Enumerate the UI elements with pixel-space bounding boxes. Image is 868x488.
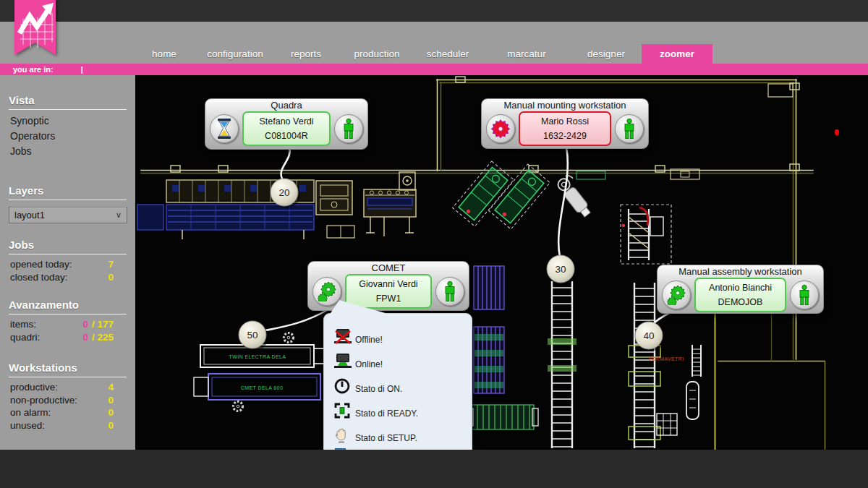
bottom-strip <box>0 450 868 488</box>
workstation-title: Quadra <box>205 100 367 111</box>
legend-label: Stato di SETUP. <box>355 433 417 444</box>
legend-row: Online! <box>333 350 466 370</box>
stat-row: quadri: 0/ 225 <box>0 331 135 344</box>
monitor-offline-icon <box>333 328 352 346</box>
stat-label: opened today: <box>10 258 72 271</box>
sidebar-item-jobs[interactable]: Jobs <box>0 144 135 159</box>
operator-person-icon <box>622 118 637 140</box>
vista-title: Vista <box>9 93 127 110</box>
stat-value: 0 <box>108 419 114 432</box>
marker-50[interactable]: 50 <box>239 321 268 351</box>
tab-scheduler[interactable]: scheduler <box>412 44 483 64</box>
status-circle[interactable] <box>312 277 341 306</box>
green-machines <box>453 161 550 229</box>
stat-value: 7 <box>108 258 114 271</box>
avanzamento-title: Avanzamento <box>9 298 127 314</box>
tab-reports[interactable]: reports <box>271 44 341 64</box>
stat-label: quadri: <box>10 331 40 344</box>
stat-row: closed today: 0 <box>0 271 135 284</box>
workstation-card-manual-assembly[interactable]: Manual assembly workstation Antonio Bian… <box>657 265 824 314</box>
operator-circle[interactable] <box>334 114 363 143</box>
alert-label: FERMAVETRI <box>649 356 684 361</box>
tab-designer[interactable]: designer <box>571 44 642 64</box>
legend-label: Stato di READY. <box>355 408 418 419</box>
sidebar: Vista Synoptic Operators Jobs Layers lay… <box>0 75 136 450</box>
operator-person-icon <box>341 118 356 140</box>
job-panel[interactable]: Giovanni Verdi FPW1 <box>345 274 432 309</box>
tab-home[interactable]: home <box>129 44 200 64</box>
layers-selected-value: layout1 <box>14 210 45 221</box>
gear-mark-icon <box>284 333 294 343</box>
job-panel[interactable]: Antonio Bianchi DEMOJOB <box>694 278 786 312</box>
jobs-title: Jobs <box>9 238 127 254</box>
sidebar-section-workstations: Workstations productive: 4 non-productiv… <box>0 361 135 432</box>
workstation-card-manual-mounting[interactable]: Manual mounting workstation Mario Rossi … <box>481 98 649 149</box>
legend-row: Stato di ON. <box>333 374 466 395</box>
stat-row: on alarm: 0 <box>0 406 135 419</box>
machine-label-top: TWIN ELECTRA DELA <box>229 354 286 359</box>
tab-zoomer[interactable]: zoomer <box>642 44 712 64</box>
job-panel[interactable]: Mario Rossi 1632-2429 <box>519 111 611 146</box>
main-nav: home configuration reports production sc… <box>0 44 712 64</box>
layers-title: Layers <box>9 184 127 200</box>
workstation-card-quadra[interactable]: Quadra Stefano Verdi C081004R <box>205 98 368 150</box>
svg-text:40: 40 <box>643 330 654 341</box>
workstation-title: Manual mounting workstation <box>482 100 648 111</box>
workstations-title: Workstations <box>9 361 127 377</box>
operator-person-icon <box>797 284 812 306</box>
stat-done: 0 <box>82 332 88 343</box>
operator-person-icon <box>443 281 457 302</box>
machine-label-bottom: CMET DELA 600 <box>241 385 283 390</box>
gear-mark-icon <box>234 402 243 411</box>
sidebar-item-operators[interactable]: Operators <box>0 129 135 144</box>
sidebar-section-vista: Vista Synoptic Operators Jobs <box>0 93 135 159</box>
stat-value: 0 <box>108 406 114 419</box>
stat-label: productive: <box>10 381 58 394</box>
breadcrumb: you are in:| <box>0 64 868 75</box>
layers-dropdown[interactable]: layout1 ∨ <box>9 207 127 223</box>
sidebar-item-synoptic[interactable]: Synoptic <box>0 114 135 129</box>
legend-label: Stato di ON. <box>355 384 402 395</box>
job-panel[interactable]: Stefano Verdi C081004R <box>242 111 331 146</box>
stat-row: productive: 4 <box>0 381 135 394</box>
legend-label: Offline! <box>355 335 383 346</box>
status-circle[interactable] <box>486 114 515 143</box>
operator-circle[interactable] <box>435 277 464 306</box>
stat-label: on alarm: <box>10 406 51 419</box>
tab-production[interactable]: production <box>341 44 412 64</box>
top-strip <box>0 0 868 22</box>
workstation-card-comet[interactable]: COMET Giovanni Verdi FPW1 <box>307 261 469 311</box>
monitor-online-icon <box>333 353 352 370</box>
operator-name: Giovanni Verdi <box>346 279 430 289</box>
status-circle[interactable] <box>662 281 691 309</box>
breadcrumb-cursor: | <box>81 65 83 74</box>
job-code: DEMOJOB <box>696 297 785 307</box>
marker-40[interactable]: 40 <box>635 322 665 351</box>
svg-text:30: 30 <box>555 264 566 275</box>
conveyor-ladders <box>548 205 701 448</box>
stat-label: closed today: <box>10 271 68 284</box>
tab-marcatur[interactable]: marcatur <box>491 44 562 64</box>
stat-label: unused: <box>10 419 45 432</box>
job-code: 1632-2429 <box>520 131 610 141</box>
alarm-dot <box>835 129 839 135</box>
operator-circle[interactable] <box>615 114 644 143</box>
operator-circle[interactable] <box>790 281 819 309</box>
stat-row: unused: 0 <box>0 419 135 432</box>
nav-band: home configuration reports production sc… <box>0 22 868 64</box>
marker-30[interactable]: 30 <box>547 255 576 285</box>
running-gears-icon <box>317 281 337 301</box>
status-legend-popup: Offline! Online! <box>323 313 472 450</box>
operator-name: Mario Rossi <box>520 116 610 127</box>
tab-configuration[interactable]: configuration <box>200 44 271 64</box>
map-canvas[interactable]: TWIN ELECTRA DELA CMET DELA 600 FERMAVET… <box>135 75 868 450</box>
stat-row: opened today: 7 <box>0 258 135 271</box>
job-code: FPW1 <box>346 294 430 304</box>
legend-label: Online! <box>355 359 383 370</box>
hand-icon <box>333 427 349 444</box>
running-gears-icon <box>666 285 686 305</box>
status-circle[interactable] <box>210 114 239 143</box>
sidebar-section-avanzamento: Avanzamento items: 0/ 177 quadri: 0/ 225 <box>0 298 135 343</box>
clipped-legend-icon <box>335 448 346 450</box>
chart-ribbon-icon <box>14 0 56 55</box>
